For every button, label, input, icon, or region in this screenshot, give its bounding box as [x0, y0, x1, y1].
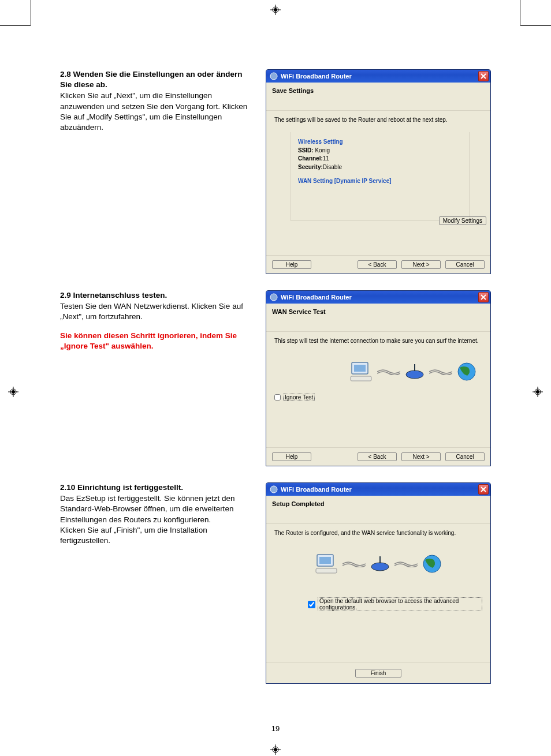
svg-rect-24: [351, 376, 371, 381]
dialog-title: WiFi Broadband Router: [281, 73, 478, 80]
section-body: Das EzSetup ist fertiggestellt. Sie könn…: [60, 493, 255, 546]
next-button[interactable]: Next >: [401, 452, 441, 461]
app-icon: [270, 293, 278, 301]
app-icon: [270, 72, 278, 80]
link-icon: [377, 368, 400, 375]
security-value: Disable: [323, 164, 342, 170]
link-icon: [342, 560, 366, 567]
app-icon: [270, 485, 278, 493]
modify-settings-button[interactable]: Modify Settings: [439, 216, 486, 225]
globe-icon: [457, 362, 476, 381]
section-body: Testen Sie den WAN Netzwerkdienst. Klick…: [60, 301, 255, 322]
help-button[interactable]: Help: [272, 260, 311, 269]
network-diagram: [274, 553, 482, 574]
section-warning: Sie können diesen Schritt ignorieren, in…: [60, 331, 255, 351]
close-button[interactable]: [478, 292, 489, 302]
svg-point-25: [406, 370, 423, 379]
dialog-section-title: WAN Service Test: [266, 304, 490, 332]
next-button[interactable]: Next >: [401, 260, 441, 269]
dialog-message: The Router is configured, and the WAN se…: [274, 530, 482, 536]
section-heading: 2.10 Einrichtung ist fertiggestellt.: [60, 482, 255, 493]
wireless-setting-header: Wireless Setting: [298, 138, 462, 147]
page-number: 19: [0, 724, 551, 733]
save-settings-dialog: WiFi Broadband Router Save Settings The …: [266, 69, 491, 274]
computer-icon: [349, 361, 373, 382]
wan-setting-header: WAN Setting [Dynamic IP Service]: [298, 177, 462, 186]
svg-point-19: [270, 294, 277, 301]
back-button[interactable]: < Back: [358, 260, 397, 269]
link-icon: [429, 368, 452, 375]
back-button[interactable]: < Back: [358, 452, 397, 461]
dialog-section-title: Setup Completed: [266, 496, 490, 524]
section-heading: 2.9 Internetanschluss testen.: [60, 290, 255, 301]
svg-rect-23: [354, 365, 366, 372]
svg-point-29: [270, 486, 277, 493]
dialog-title: WiFi Broadband Router: [281, 294, 478, 301]
registration-mark-icon: [533, 387, 543, 397]
registration-mark-icon: [8, 387, 18, 397]
link-icon: [394, 560, 418, 567]
cancel-button[interactable]: Cancel: [445, 260, 485, 269]
ignore-test-label: Ignore Test: [283, 394, 315, 401]
close-button[interactable]: [478, 484, 489, 495]
svg-point-16: [270, 73, 277, 80]
svg-rect-33: [319, 557, 331, 564]
registration-mark-icon: [270, 5, 281, 15]
svg-point-35: [371, 563, 389, 571]
globe-icon: [422, 554, 442, 574]
router-icon: [370, 555, 390, 572]
close-button[interactable]: [478, 71, 489, 81]
close-icon: [481, 294, 486, 300]
security-label: Security:: [298, 164, 323, 170]
dialog-section-title: Save Settings: [266, 83, 490, 111]
section-body: Klicken Sie auf „Next", um die Einstellu…: [60, 91, 255, 133]
computer-icon: [315, 553, 338, 574]
setup-completed-dialog: WiFi Broadband Router Setup Completed Th…: [266, 482, 491, 684]
help-button[interactable]: Help: [272, 452, 311, 461]
dialog-message: This step will test the internet connect…: [274, 338, 482, 344]
close-icon: [481, 486, 486, 492]
network-diagram: [344, 361, 482, 382]
channel-label: Channel:: [298, 155, 323, 162]
cancel-button[interactable]: Cancel: [445, 452, 485, 461]
svg-rect-34: [316, 568, 337, 573]
section-heading: 2.8 Wenden Sie die Einstellungen an oder…: [60, 69, 255, 90]
dialog-title: WiFi Broadband Router: [281, 486, 478, 493]
open-browser-label: Open the default web browser to access t…: [318, 597, 482, 611]
open-browser-checkbox[interactable]: [308, 601, 315, 608]
channel-value: 11: [323, 155, 329, 162]
ssid-label: SSID:: [298, 147, 314, 154]
wan-service-test-dialog: WiFi Broadband Router WAN Service Test T…: [266, 290, 491, 466]
close-icon: [481, 73, 486, 79]
registration-mark-icon: [270, 744, 281, 755]
ssid-value: Konig: [315, 147, 330, 154]
router-icon: [405, 363, 425, 380]
finish-button[interactable]: Finish: [355, 669, 401, 678]
dialog-message: The settings will be saved to the Router…: [274, 117, 482, 123]
ignore-test-checkbox[interactable]: [274, 394, 281, 401]
